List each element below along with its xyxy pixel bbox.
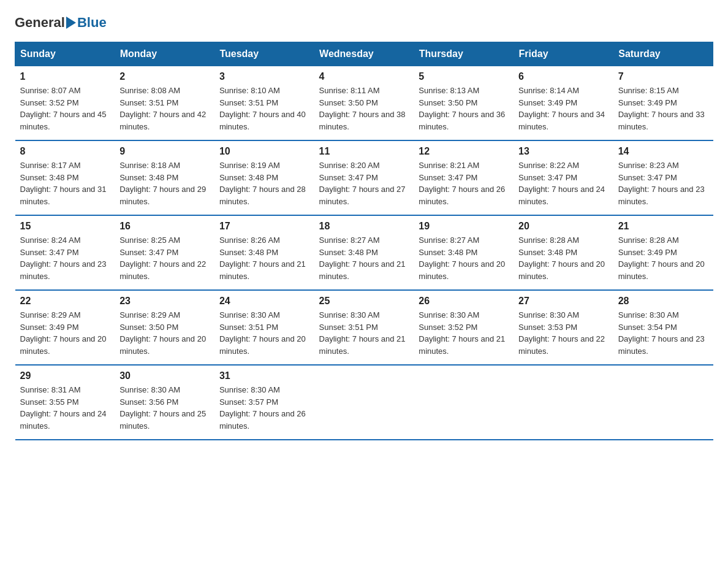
day-info: Sunrise: 8:30 AM Sunset: 3:53 PM Dayligh… bbox=[518, 309, 609, 357]
calendar-table: SundayMondayTuesdayWednesdayThursdayFrid… bbox=[15, 42, 713, 440]
day-number: 2 bbox=[119, 71, 210, 82]
weekday-header-saturday: Saturday bbox=[613, 42, 713, 66]
calendar-week-row: 15 Sunrise: 8:24 AM Sunset: 3:47 PM Dayl… bbox=[15, 215, 713, 290]
weekday-header-tuesday: Tuesday bbox=[214, 42, 314, 66]
day-info: Sunrise: 8:20 AM Sunset: 3:47 PM Dayligh… bbox=[319, 159, 409, 207]
weekday-header-friday: Friday bbox=[514, 42, 613, 66]
day-info: Sunrise: 8:28 AM Sunset: 3:48 PM Dayligh… bbox=[518, 234, 609, 282]
day-info: Sunrise: 8:11 AM Sunset: 3:50 PM Dayligh… bbox=[319, 85, 409, 132]
day-number: 6 bbox=[518, 71, 609, 82]
day-info: Sunrise: 8:30 AM Sunset: 3:51 PM Dayligh… bbox=[219, 309, 309, 357]
day-info: Sunrise: 8:31 AM Sunset: 3:55 PM Dayligh… bbox=[20, 384, 110, 432]
day-info: Sunrise: 8:24 AM Sunset: 3:47 PM Dayligh… bbox=[20, 234, 110, 282]
day-cell-12: 12 Sunrise: 8:21 AM Sunset: 3:47 PM Dayl… bbox=[414, 140, 514, 215]
day-info: Sunrise: 8:25 AM Sunset: 3:47 PM Dayligh… bbox=[119, 234, 210, 282]
day-number: 8 bbox=[20, 146, 110, 157]
day-cell-9: 9 Sunrise: 8:18 AM Sunset: 3:48 PM Dayli… bbox=[115, 140, 214, 215]
day-cell-22: 22 Sunrise: 8:29 AM Sunset: 3:49 PM Dayl… bbox=[15, 290, 115, 365]
weekday-header-monday: Monday bbox=[115, 42, 214, 66]
day-cell-14: 14 Sunrise: 8:23 AM Sunset: 3:47 PM Dayl… bbox=[613, 140, 713, 215]
day-cell-13: 13 Sunrise: 8:22 AM Sunset: 3:47 PM Dayl… bbox=[514, 140, 613, 215]
day-info: Sunrise: 8:30 AM Sunset: 3:56 PM Dayligh… bbox=[119, 384, 210, 432]
day-number: 1 bbox=[20, 71, 110, 82]
empty-day-cell bbox=[314, 365, 414, 440]
day-info: Sunrise: 8:30 AM Sunset: 3:54 PM Dayligh… bbox=[618, 309, 708, 357]
day-number: 31 bbox=[219, 370, 309, 381]
day-cell-15: 15 Sunrise: 8:24 AM Sunset: 3:47 PM Dayl… bbox=[15, 215, 115, 290]
day-cell-10: 10 Sunrise: 8:19 AM Sunset: 3:48 PM Dayl… bbox=[214, 140, 314, 215]
day-info: Sunrise: 8:17 AM Sunset: 3:48 PM Dayligh… bbox=[20, 159, 110, 207]
day-info: Sunrise: 8:27 AM Sunset: 3:48 PM Dayligh… bbox=[319, 234, 409, 282]
day-info: Sunrise: 8:30 AM Sunset: 3:57 PM Dayligh… bbox=[219, 384, 309, 432]
weekday-header-thursday: Thursday bbox=[414, 42, 514, 66]
day-number: 4 bbox=[319, 71, 409, 82]
day-info: Sunrise: 8:26 AM Sunset: 3:48 PM Dayligh… bbox=[219, 234, 309, 282]
day-number: 29 bbox=[20, 370, 110, 381]
day-info: Sunrise: 8:19 AM Sunset: 3:48 PM Dayligh… bbox=[219, 159, 309, 207]
day-info: Sunrise: 8:22 AM Sunset: 3:47 PM Dayligh… bbox=[518, 159, 609, 207]
day-cell-4: 4 Sunrise: 8:11 AM Sunset: 3:50 PM Dayli… bbox=[314, 66, 414, 141]
day-number: 16 bbox=[119, 221, 210, 232]
day-number: 25 bbox=[319, 296, 409, 307]
day-info: Sunrise: 8:18 AM Sunset: 3:48 PM Dayligh… bbox=[119, 159, 210, 207]
day-number: 9 bbox=[119, 146, 210, 157]
day-cell-23: 23 Sunrise: 8:29 AM Sunset: 3:50 PM Dayl… bbox=[115, 290, 214, 365]
day-number: 14 bbox=[618, 146, 708, 157]
day-info: Sunrise: 8:21 AM Sunset: 3:47 PM Dayligh… bbox=[419, 159, 509, 207]
day-number: 3 bbox=[219, 71, 309, 82]
logo-arrow-icon bbox=[66, 17, 76, 29]
day-cell-18: 18 Sunrise: 8:27 AM Sunset: 3:48 PM Dayl… bbox=[314, 215, 414, 290]
day-info: Sunrise: 8:10 AM Sunset: 3:51 PM Dayligh… bbox=[219, 85, 309, 132]
day-number: 7 bbox=[618, 71, 708, 82]
day-number: 12 bbox=[419, 146, 509, 157]
weekday-header-wednesday: Wednesday bbox=[314, 42, 414, 66]
logo-general-text: General bbox=[15, 15, 65, 31]
day-number: 24 bbox=[219, 296, 309, 307]
day-cell-2: 2 Sunrise: 8:08 AM Sunset: 3:51 PM Dayli… bbox=[115, 66, 214, 141]
calendar-week-row: 22 Sunrise: 8:29 AM Sunset: 3:49 PM Dayl… bbox=[15, 290, 713, 365]
day-info: Sunrise: 8:08 AM Sunset: 3:51 PM Dayligh… bbox=[119, 85, 210, 132]
calendar-week-row: 8 Sunrise: 8:17 AM Sunset: 3:48 PM Dayli… bbox=[15, 140, 713, 215]
day-info: Sunrise: 8:30 AM Sunset: 3:51 PM Dayligh… bbox=[319, 309, 409, 357]
day-cell-28: 28 Sunrise: 8:30 AM Sunset: 3:54 PM Dayl… bbox=[613, 290, 713, 365]
day-info: Sunrise: 8:23 AM Sunset: 3:47 PM Dayligh… bbox=[618, 159, 708, 207]
day-info: Sunrise: 8:29 AM Sunset: 3:50 PM Dayligh… bbox=[119, 309, 210, 357]
day-cell-7: 7 Sunrise: 8:15 AM Sunset: 3:49 PM Dayli… bbox=[613, 66, 713, 141]
calendar-week-row: 29 Sunrise: 8:31 AM Sunset: 3:55 PM Dayl… bbox=[15, 365, 713, 440]
day-cell-11: 11 Sunrise: 8:20 AM Sunset: 3:47 PM Dayl… bbox=[314, 140, 414, 215]
day-cell-6: 6 Sunrise: 8:14 AM Sunset: 3:49 PM Dayli… bbox=[514, 66, 613, 141]
day-number: 23 bbox=[119, 296, 210, 307]
day-cell-3: 3 Sunrise: 8:10 AM Sunset: 3:51 PM Dayli… bbox=[214, 66, 314, 141]
day-number: 26 bbox=[419, 296, 509, 307]
day-number: 10 bbox=[219, 146, 309, 157]
day-number: 20 bbox=[518, 221, 609, 232]
day-number: 17 bbox=[219, 221, 309, 232]
day-info: Sunrise: 8:13 AM Sunset: 3:50 PM Dayligh… bbox=[419, 85, 509, 132]
day-cell-27: 27 Sunrise: 8:30 AM Sunset: 3:53 PM Dayl… bbox=[514, 290, 613, 365]
day-info: Sunrise: 8:15 AM Sunset: 3:49 PM Dayligh… bbox=[618, 85, 708, 132]
day-cell-24: 24 Sunrise: 8:30 AM Sunset: 3:51 PM Dayl… bbox=[214, 290, 314, 365]
empty-day-cell bbox=[514, 365, 613, 440]
day-info: Sunrise: 8:28 AM Sunset: 3:49 PM Dayligh… bbox=[618, 234, 708, 282]
calendar-week-row: 1 Sunrise: 8:07 AM Sunset: 3:52 PM Dayli… bbox=[15, 66, 713, 141]
logo: General Blue bbox=[15, 15, 107, 31]
day-number: 30 bbox=[119, 370, 210, 381]
day-cell-26: 26 Sunrise: 8:30 AM Sunset: 3:52 PM Dayl… bbox=[414, 290, 514, 365]
empty-day-cell bbox=[613, 365, 713, 440]
day-number: 13 bbox=[518, 146, 609, 157]
page-header: General Blue bbox=[15, 15, 713, 31]
day-number: 22 bbox=[20, 296, 110, 307]
day-cell-16: 16 Sunrise: 8:25 AM Sunset: 3:47 PM Dayl… bbox=[115, 215, 214, 290]
day-cell-1: 1 Sunrise: 8:07 AM Sunset: 3:52 PM Dayli… bbox=[15, 66, 115, 141]
day-info: Sunrise: 8:27 AM Sunset: 3:48 PM Dayligh… bbox=[419, 234, 509, 282]
day-cell-8: 8 Sunrise: 8:17 AM Sunset: 3:48 PM Dayli… bbox=[15, 140, 115, 215]
day-number: 5 bbox=[419, 71, 509, 82]
day-number: 21 bbox=[618, 221, 708, 232]
day-number: 28 bbox=[618, 296, 708, 307]
day-cell-29: 29 Sunrise: 8:31 AM Sunset: 3:55 PM Dayl… bbox=[15, 365, 115, 440]
day-cell-25: 25 Sunrise: 8:30 AM Sunset: 3:51 PM Dayl… bbox=[314, 290, 414, 365]
day-info: Sunrise: 8:30 AM Sunset: 3:52 PM Dayligh… bbox=[419, 309, 509, 357]
weekday-header-sunday: Sunday bbox=[15, 42, 115, 66]
day-number: 15 bbox=[20, 221, 110, 232]
day-number: 11 bbox=[319, 146, 409, 157]
